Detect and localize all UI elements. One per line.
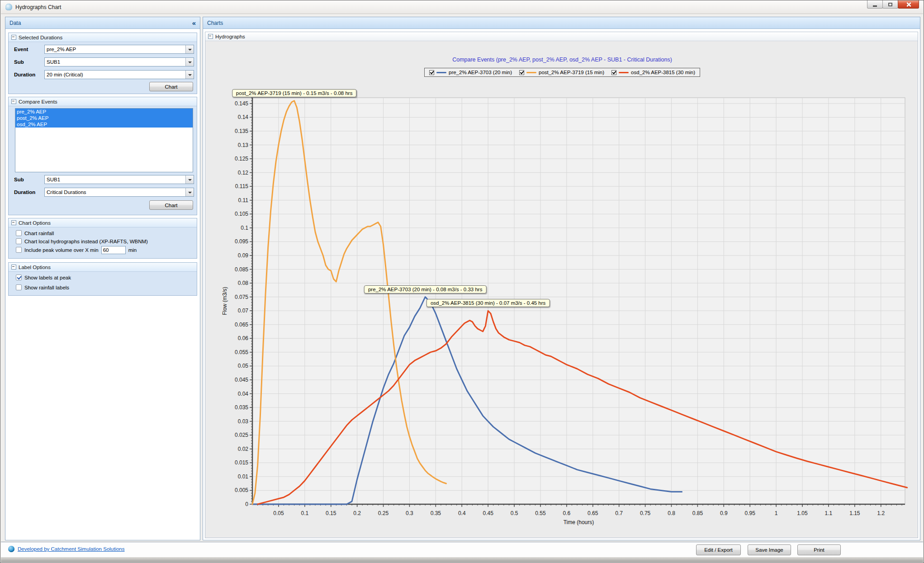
sub-combo[interactable]: SUB1 [44, 57, 194, 66]
event-value: pre_2% AEP [45, 47, 76, 52]
group-title: Compare Events [19, 99, 57, 104]
include-peak-volume-checkbox[interactable] [16, 247, 22, 253]
compare-sub-combo[interactable]: SUB1 [44, 175, 194, 184]
chart-options-group: Chart Options Chart rainfall Chart local… [8, 218, 197, 259]
checkbox-label: Chart rainfall [24, 231, 54, 236]
compare-duration-combo[interactable]: Critical Durations [44, 188, 194, 197]
hydrographs-header[interactable]: Hydrographs [205, 32, 918, 41]
dropdown-arrow-icon[interactable] [185, 188, 194, 196]
window-title: Hydrographs Chart [15, 4, 61, 10]
group-title: Chart Options [19, 220, 51, 226]
compare-events-header[interactable]: Compare Events [9, 97, 197, 106]
list-item[interactable]: osd_2% AEP [15, 121, 193, 128]
selected-durations-header[interactable]: Selected Durations [9, 33, 197, 42]
close-button[interactable] [898, 0, 919, 9]
checkbox-label: Include peak volume over X min [24, 247, 99, 253]
duration-label: Duration [14, 189, 35, 195]
hydrographs-group: Hydrographs [205, 32, 918, 538]
dropdown-arrow-icon[interactable] [185, 71, 194, 79]
collapse-group-icon[interactable] [208, 34, 213, 39]
maximize-button[interactable] [882, 0, 898, 9]
legend-line-swatch [526, 72, 536, 73]
chart-local-hydrographs-checkbox[interactable] [16, 238, 22, 244]
list-item[interactable]: pre_2% AEP [15, 109, 193, 115]
event-label: Event [14, 47, 28, 52]
legend-line-swatch [619, 72, 629, 73]
legend-box: pre_2% AEP-3703 (20 min) post_2% AEP-371… [424, 68, 700, 77]
close-icon [906, 2, 911, 7]
developer-link[interactable]: Developed by Catchment Simulation Soluti… [18, 546, 125, 552]
duration-row: Duration 20 min (Critical) [14, 70, 194, 79]
legend-label: pre_2% AEP-3703 (20 min) [449, 70, 512, 75]
group-title: Selected Durations [19, 35, 62, 40]
developer-link-container: Developed by Catchment Simulation Soluti… [8, 546, 125, 552]
group-title: Hydrographs [215, 34, 245, 39]
minutes-suffix-label: min [128, 247, 137, 253]
chart-options-header[interactable]: Chart Options [9, 218, 197, 227]
collapse-group-icon[interactable] [11, 220, 16, 225]
show-rainfall-labels-checkbox[interactable] [16, 284, 22, 290]
sub-value: SUB1 [45, 59, 60, 65]
charts-panel-header: Charts [203, 17, 920, 29]
chart-rainfall-row: Chart rainfall [16, 229, 193, 237]
chart-rainfall-checkbox[interactable] [16, 230, 22, 236]
window-bottom-frame [1, 557, 923, 562]
show-labels-at-peak-row: Show labels at peak [16, 274, 193, 281]
checkbox-label: Show labels at peak [24, 275, 71, 280]
show-rainfall-labels-row: Show rainfall labels [16, 284, 193, 291]
sub-label: Sub [14, 59, 24, 65]
duration-combo[interactable]: 20 min (Critical) [44, 70, 194, 79]
legend-checkbox[interactable] [611, 70, 616, 75]
compare-events-group: Compare Events pre_2% AEP post_2% AEP os… [8, 97, 197, 215]
duration-row: Duration Critical Durations [14, 188, 194, 197]
selected-durations-group: Selected Durations Event pre_2% AEP Sub … [8, 33, 197, 94]
include-peak-volume-row: Include peak volume over X min min [16, 246, 193, 254]
minimize-button[interactable] [867, 0, 883, 9]
label-options-group: Label Options Show labels at peak Show r… [8, 262, 197, 296]
dropdown-arrow-icon[interactable] [185, 175, 194, 184]
collapse-group-icon[interactable] [11, 35, 16, 40]
print-button[interactable]: Print [797, 544, 841, 555]
compare-events-list[interactable]: pre_2% AEP post_2% AEP osd_2% AEP [15, 108, 193, 172]
legend-line-swatch [436, 72, 446, 73]
app-icon [5, 4, 12, 10]
duration-label: Duration [14, 72, 35, 77]
compare-chart-button[interactable]: Chart [149, 200, 193, 210]
duration-value: 20 min (Critical) [45, 72, 83, 77]
duration-value: Critical Durations [45, 189, 86, 195]
event-row: Event pre_2% AEP [14, 45, 194, 54]
collapse-group-icon[interactable] [11, 265, 16, 270]
charts-panel: Charts Hydrographs [203, 17, 920, 540]
legend-checkbox[interactable] [519, 70, 524, 75]
maximize-icon [888, 3, 892, 6]
charts-panel-title: Charts [207, 20, 223, 26]
chart-local-hydrographs-row: Chart local hydrographs instead (XP-RAFT… [16, 237, 193, 245]
list-item[interactable]: post_2% AEP [15, 115, 193, 121]
dropdown-arrow-icon[interactable] [185, 58, 194, 66]
sub-label: Sub [14, 177, 24, 182]
legend-entry: osd_2% AEP-3815 (30 min) [611, 70, 695, 75]
legend-label: osd_2% AEP-3815 (30 min) [631, 70, 695, 75]
footer-bar: Developed by Catchment Simulation Soluti… [1, 542, 923, 558]
chart-button[interactable]: Chart [149, 82, 193, 91]
edit-export-button[interactable]: Edit / Export [696, 544, 741, 555]
legend-entry: pre_2% AEP-3703 (20 min) [429, 70, 512, 75]
collapse-group-icon[interactable] [11, 99, 16, 104]
event-combo[interactable]: pre_2% AEP [44, 45, 194, 54]
peak-volume-input[interactable] [101, 246, 126, 254]
legend-entry: post_2% AEP-3719 (15 min) [519, 70, 604, 75]
app-window: Hydrographs Chart Data Selected Duration… [0, 0, 924, 563]
checkbox-label: Show rainfall labels [24, 285, 69, 290]
minimize-icon [873, 5, 877, 7]
titlebar[interactable]: Hydrographs Chart [1, 0, 923, 14]
collapse-panel-icon[interactable] [192, 19, 196, 27]
data-panel-header: Data [5, 17, 200, 29]
show-labels-at-peak-checkbox[interactable] [16, 274, 22, 280]
label-options-header[interactable]: Label Options [9, 263, 197, 272]
sub-value: SUB1 [45, 177, 60, 182]
save-image-button[interactable]: Save Image [748, 544, 791, 555]
checkbox-label: Chart local hydrographs instead (XP-RAFT… [24, 239, 148, 244]
dropdown-arrow-icon[interactable] [185, 45, 194, 53]
legend-checkbox[interactable] [429, 70, 434, 75]
data-panel-title: Data [9, 20, 21, 26]
